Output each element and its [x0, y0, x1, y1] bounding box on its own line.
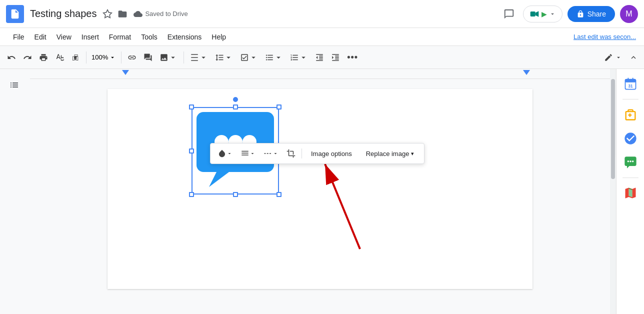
svg-rect-19: [625, 81, 636, 82]
resize-handle-br[interactable]: [276, 192, 282, 197]
insert-comment-button[interactable]: [140, 50, 156, 64]
app-icon: [6, 5, 24, 23]
saved-status-text: Saved to Drive: [145, 10, 188, 18]
apps-divider: [622, 99, 638, 100]
img-toolbar-separator: [302, 148, 302, 158]
collapse-toolbar-button[interactable]: [627, 51, 640, 64]
google-calendar-button[interactable]: 31: [620, 73, 642, 95]
toolbar: 100%: [0, 46, 644, 69]
doc-title: Testing shapes: [30, 8, 96, 20]
align-button[interactable]: [187, 50, 211, 64]
svg-rect-12: [264, 153, 266, 154]
separator-3: [184, 52, 184, 64]
menu-file[interactable]: File: [8, 31, 30, 43]
google-tasks-button[interactable]: [620, 128, 642, 150]
google-chat-button[interactable]: [620, 152, 642, 174]
avatar[interactable]: M: [620, 5, 638, 23]
title-right: ▶ Share M: [500, 5, 638, 23]
resize-handle-tm[interactable]: [233, 104, 238, 110]
document-page: [108, 89, 532, 289]
saved-status: Saved to Drive: [134, 10, 188, 18]
print-button[interactable]: [36, 50, 51, 64]
left-sidebar: [0, 69, 30, 93]
google-maps-button[interactable]: [620, 182, 642, 204]
svg-marker-5: [535, 11, 538, 17]
scrollbar-thumb[interactable]: [611, 79, 615, 179]
last-edit[interactable]: Last edit was secon...: [574, 33, 636, 40]
resize-handle-bl[interactable]: [189, 192, 194, 197]
indent-increase-button[interactable]: [328, 50, 343, 64]
ruler-left-margin: [122, 70, 129, 75]
menu-tools[interactable]: Tools: [136, 31, 162, 43]
app-layout: Testing shapes Saved to Drive: [0, 0, 644, 314]
svg-rect-1: [12, 15, 17, 16]
line-spacing-button[interactable]: [212, 50, 236, 64]
spelling-button[interactable]: [52, 50, 67, 64]
resize-handle-ml[interactable]: [189, 148, 194, 154]
edit-mode-button[interactable]: [600, 51, 626, 64]
title-bar: Testing shapes Saved to Drive: [0, 0, 644, 28]
svg-point-27: [632, 160, 634, 162]
resize-handle-tr[interactable]: [276, 104, 282, 110]
page-list-icon: [9, 79, 21, 93]
separator-2: [121, 52, 122, 64]
image-toolbar: Image options Replace image ▾: [210, 143, 424, 164]
doc-scroll-area[interactable]: [30, 69, 610, 314]
svg-rect-0: [12, 14, 16, 14]
bullet-list-button[interactable]: [262, 50, 286, 64]
menu-extensions[interactable]: Extensions: [162, 31, 206, 43]
share-label: Share: [588, 10, 606, 18]
apps-divider-2: [622, 178, 638, 178]
document-content-area: [30, 79, 610, 299]
indent-decrease-button[interactable]: [312, 50, 327, 64]
svg-point-26: [630, 160, 632, 162]
svg-rect-2: [12, 16, 16, 17]
numbered-list-button[interactable]: [287, 50, 311, 64]
resize-handle-tl[interactable]: [189, 104, 194, 110]
share-button[interactable]: Share: [568, 6, 615, 22]
svg-rect-4: [530, 12, 535, 16]
resize-handle-bm[interactable]: [233, 192, 238, 197]
google-keep-button[interactable]: [620, 104, 642, 126]
ruler: [30, 69, 610, 79]
paint-format-button[interactable]: [68, 50, 83, 64]
border-dash-button[interactable]: [260, 146, 282, 161]
svg-marker-28: [627, 166, 630, 168]
svg-marker-3: [104, 10, 112, 18]
menu-bar: File Edit View Insert Format Tools Exten…: [0, 28, 644, 46]
ruler-right-margin: [523, 70, 530, 75]
menu-edit[interactable]: Edit: [30, 31, 52, 43]
zoom-selector[interactable]: 100%: [90, 52, 118, 62]
menu-view[interactable]: View: [52, 31, 76, 43]
redo-button[interactable]: [20, 50, 35, 64]
more-options-icon: •••: [347, 52, 358, 62]
border-weight-button[interactable]: [238, 146, 258, 161]
insert-image-button[interactable]: [156, 50, 180, 64]
replace-image-button[interactable]: Replace image ▾: [360, 147, 420, 160]
menu-help[interactable]: Help: [206, 31, 231, 43]
crop-button[interactable]: [284, 146, 298, 161]
svg-text:31: 31: [628, 84, 633, 88]
rotate-handle[interactable]: [233, 97, 238, 102]
svg-rect-14: [270, 153, 271, 154]
move-to-folder-button[interactable]: [116, 7, 130, 21]
menu-insert[interactable]: Insert: [76, 31, 104, 43]
separator-1: [86, 52, 86, 64]
border-color-button[interactable]: [214, 146, 236, 161]
svg-rect-13: [267, 153, 268, 154]
more-toolbar-options-button[interactable]: •••: [344, 50, 361, 64]
image-options-button[interactable]: Image options: [305, 147, 358, 160]
main-content: Image options Replace image ▾: [0, 69, 644, 314]
meet-button[interactable]: ▶: [523, 6, 562, 22]
menu-format[interactable]: Format: [104, 31, 136, 43]
star-button[interactable]: [100, 7, 114, 21]
insert-link-button[interactable]: [124, 50, 140, 64]
apps-sidebar: 31: [616, 69, 644, 314]
svg-point-25: [627, 160, 629, 162]
comments-button[interactable]: [500, 5, 518, 23]
scrollbar[interactable]: [610, 69, 616, 314]
undo-button[interactable]: [4, 50, 19, 64]
checklist-button[interactable]: [237, 50, 261, 64]
